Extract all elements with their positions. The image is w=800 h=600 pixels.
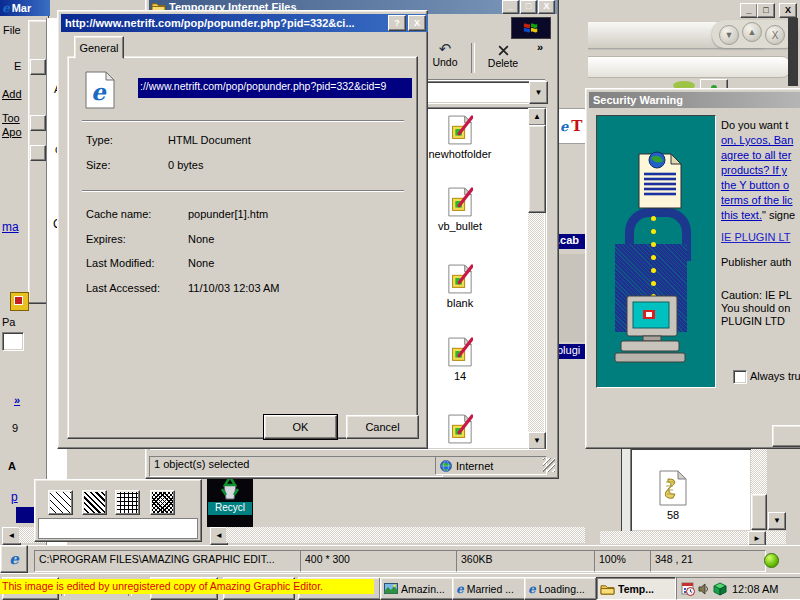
field-label: Last Accessed: (86, 282, 160, 294)
address-dropdown-button[interactable]: ▼ (529, 81, 548, 104)
folder-vscroll-track[interactable]: ▲ ▼ (528, 108, 544, 448)
minimize-icon: _ (746, 6, 751, 15)
files-vscroll-thumb[interactable] (751, 494, 767, 530)
tab-general[interactable]: General (74, 36, 124, 59)
cache-file-icon[interactable] (447, 114, 473, 146)
maximize-icon: □ (526, 2, 531, 11)
plugin-selected-label[interactable]: plugi (557, 344, 587, 359)
undo-button[interactable]: ↶ Undo (422, 42, 468, 76)
skin-down-button[interactable]: ▼ (719, 25, 739, 45)
left-link-apo[interactable]: Apo (2, 126, 22, 138)
files-hscroll-right-button[interactable]: ► (748, 531, 766, 546)
maximize-button[interactable]: □ (520, 0, 537, 14)
strip-panel (557, 254, 587, 342)
security-link-line[interactable]: on, Lycos, Ban (721, 134, 800, 146)
vscroll-down-button[interactable]: ▼ (528, 432, 546, 450)
security-link-line[interactable]: terms of the lic (721, 194, 800, 206)
close-button[interactable]: X (538, 0, 555, 14)
caution-line: You should on (721, 302, 800, 314)
left-letter-p[interactable]: p (11, 490, 18, 504)
menu-file[interactable]: File (3, 24, 21, 36)
vscroll-up-button[interactable]: ▲ (528, 108, 546, 126)
skin-address-pill[interactable] (557, 56, 791, 78)
address-bar-field[interactable] (410, 81, 531, 104)
skin-up-button[interactable]: ▲ (742, 22, 762, 42)
files-vscroll-track[interactable] (751, 448, 767, 530)
ie-icon: e (9, 552, 19, 567)
file-label-58[interactable]: 58 (658, 509, 688, 521)
skinned-player-window: _ □ X ▼ ▲ X (557, 0, 800, 100)
recycle-bin-label[interactable]: Recycl (208, 502, 252, 515)
cancel-button[interactable]: Cancel (346, 415, 419, 439)
close-button[interactable]: X (779, 3, 797, 18)
task-button-married[interactable]: e Married ... (452, 577, 527, 600)
cache-file-icon[interactable] (447, 263, 473, 295)
left-scroll-strip[interactable] (28, 20, 48, 304)
security-dialog-title: Security Warning (593, 94, 683, 106)
chain-dot (651, 268, 656, 273)
cache-file-icon[interactable] (447, 336, 473, 368)
always-trust-checkbox[interactable] (733, 370, 747, 384)
resize-grip[interactable] (543, 458, 555, 472)
security-link-line[interactable]: the Y button o (721, 179, 800, 191)
publisher-link[interactable]: IE PLUGIN LT (721, 231, 800, 243)
scroll-square-2[interactable] (30, 115, 46, 131)
restore-button[interactable]: □ (757, 3, 775, 18)
tray-scheduler-icon[interactable] (681, 582, 695, 596)
left-link-add[interactable]: Add (2, 88, 22, 100)
left-window-titlebar[interactable]: e Mar (0, 0, 50, 16)
left-letter-e: E (14, 60, 21, 72)
tray-volume-icon[interactable] (698, 583, 710, 595)
tray-antivirus-icon[interactable] (713, 582, 727, 596)
cab-selected-label[interactable]: .cab (557, 234, 587, 249)
skin-close-button[interactable]: X (765, 25, 785, 45)
field-label: Expires: (86, 233, 126, 245)
security-mixed-line: this text." signe (721, 209, 800, 221)
task-button-temp-active[interactable]: Temp... (596, 577, 676, 600)
task-button-amazin[interactable]: Amazin... (380, 577, 455, 600)
url-field[interactable]: ://www.netrift.com/pop/popunder.php?pid=… (138, 78, 412, 98)
vscroll-thumb[interactable] (528, 125, 546, 213)
left-link-ma[interactable]: ma (2, 220, 19, 234)
security-link-line[interactable]: products? If y (721, 164, 800, 176)
task-button-loading[interactable]: e Loading... (524, 577, 597, 600)
caution-line: Caution: IE PL (721, 289, 800, 301)
left-arrow-icon: ◄ (215, 532, 223, 540)
this-text-link[interactable]: this text. (721, 209, 762, 221)
field-value: None (188, 233, 214, 245)
cache-file-icon[interactable] (447, 186, 473, 218)
html-page-icon (84, 71, 116, 109)
ok-button[interactable]: OK (264, 415, 337, 439)
gold-icon[interactable] (10, 292, 29, 311)
security-yes-button[interactable] (772, 425, 800, 447)
editor-status-bar: C:\PROGRAM FILES\AMAZING GRAPHIC EDIT...… (28, 545, 800, 574)
scroll-square-1[interactable] (30, 59, 46, 75)
cache-file-icon[interactable] (447, 413, 473, 445)
skin-button-tab: ▼ ▲ X (712, 20, 798, 48)
file-icon-58[interactable] (658, 469, 688, 507)
scroll-square-3[interactable] (30, 145, 46, 161)
pattern-swatch-diagonal[interactable] (48, 490, 73, 515)
pattern-swatch-grid[interactable] (115, 490, 140, 515)
t-file-icon: T (571, 117, 582, 135)
help-button[interactable]: ? (388, 15, 406, 31)
ie-icon-box[interactable]: e (0, 545, 28, 573)
skin-scroll-strip[interactable] (788, 18, 798, 86)
delete-button[interactable]: Delete (479, 42, 527, 76)
minimize-button[interactable]: _ (502, 0, 519, 14)
pattern-swatch-crosshatch[interactable] (150, 490, 175, 515)
security-dialog-titlebar[interactable]: Security Warning (589, 92, 800, 108)
field-label: Last Modified: (86, 257, 154, 269)
left-chevron[interactable]: » (14, 394, 20, 406)
properties-dialog-titlebar[interactable]: http://www.netrift.com/pop/popunder.php?… (61, 14, 428, 32)
tab-page: ://www.netrift.com/pop/popunder.php?pid=… (67, 56, 418, 439)
left-checkbox-field[interactable] (2, 332, 24, 351)
left-link-too[interactable]: Too (2, 112, 20, 124)
tab-general-label: General (79, 42, 118, 54)
toolbar-more-chevron[interactable]: » (537, 41, 543, 53)
minimize-button[interactable]: _ (740, 3, 758, 18)
pattern-swatch-diagonal-dense[interactable] (82, 490, 107, 515)
close-button[interactable]: X (408, 15, 426, 31)
files-vscroll-down-button[interactable]: ▼ (768, 512, 786, 530)
security-link-line[interactable]: agree to all ter (721, 149, 800, 161)
